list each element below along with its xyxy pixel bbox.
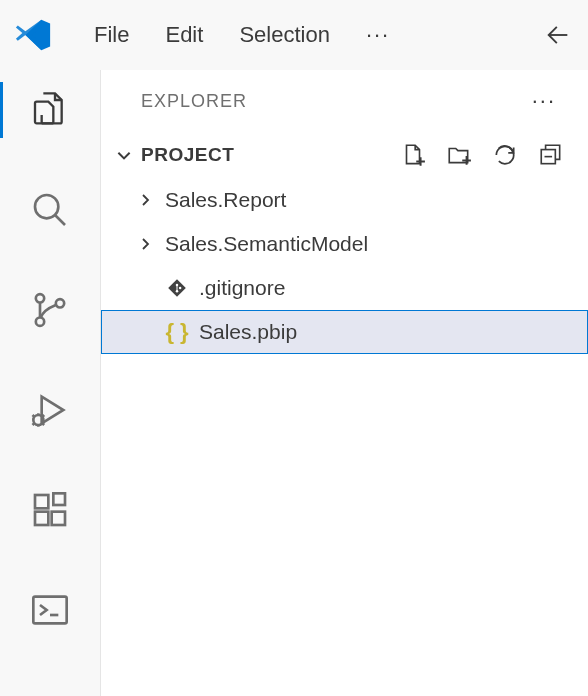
chevron-right-icon [135,192,155,208]
back-arrow-icon[interactable] [542,19,574,51]
activity-run-debug[interactable] [24,384,76,436]
menu-more-icon[interactable]: ··· [352,18,404,52]
svg-point-1 [36,294,44,302]
svg-rect-8 [53,493,65,505]
svg-rect-6 [35,512,48,525]
activity-source-control[interactable] [24,284,76,336]
vscode-logo-icon [14,16,52,54]
tree-folder-sales-report[interactable]: Sales.Report [101,178,588,222]
svg-point-0 [35,195,58,218]
body-area: EXPLORER ··· PROJECT [0,70,588,696]
activity-explorer[interactable] [24,84,76,136]
file-tree: Sales.Report Sales.SemanticModel .gitign… [101,178,588,354]
json-file-icon: { } [165,319,189,345]
chevron-right-icon [135,236,155,252]
tree-folder-sales-semanticmodel[interactable]: Sales.SemanticModel [101,222,588,266]
activity-extensions[interactable] [24,484,76,536]
menu-edit[interactable]: Edit [151,18,217,52]
menu-selection[interactable]: Selection [225,18,344,52]
activity-terminal[interactable] [24,584,76,636]
svg-point-15 [179,287,182,290]
tree-label: Sales.Report [165,188,286,212]
sidebar-more-icon[interactable]: ··· [532,88,556,114]
tree-file-gitignore[interactable]: .gitignore [101,266,588,310]
svg-rect-7 [52,512,65,525]
activitybar [0,70,100,696]
svg-point-3 [56,299,64,307]
collapse-all-icon[interactable] [536,140,566,170]
svg-point-2 [36,318,44,326]
sidebar-title: EXPLORER [141,91,247,112]
tree-label: Sales.SemanticModel [165,232,368,256]
chevron-down-icon [113,144,135,166]
sidebar: EXPLORER ··· PROJECT [100,70,588,696]
tree-file-sales-pbip[interactable]: { } Sales.pbip [101,310,588,354]
activity-search[interactable] [24,184,76,236]
new-folder-icon[interactable] [444,140,474,170]
new-file-icon[interactable] [398,140,428,170]
svg-rect-14 [177,285,178,291]
titlebar: File Edit Selection ··· [0,0,588,70]
sidebar-header: EXPLORER ··· [101,70,588,132]
menu-file[interactable]: File [80,18,143,52]
git-file-icon [165,278,189,298]
project-section-header[interactable]: PROJECT [101,132,588,178]
project-section-title: PROJECT [141,144,234,166]
tree-label: Sales.pbip [199,320,297,344]
tree-label: .gitignore [199,276,285,300]
svg-rect-5 [35,495,48,508]
refresh-icon[interactable] [490,140,520,170]
svg-rect-9 [33,597,66,624]
